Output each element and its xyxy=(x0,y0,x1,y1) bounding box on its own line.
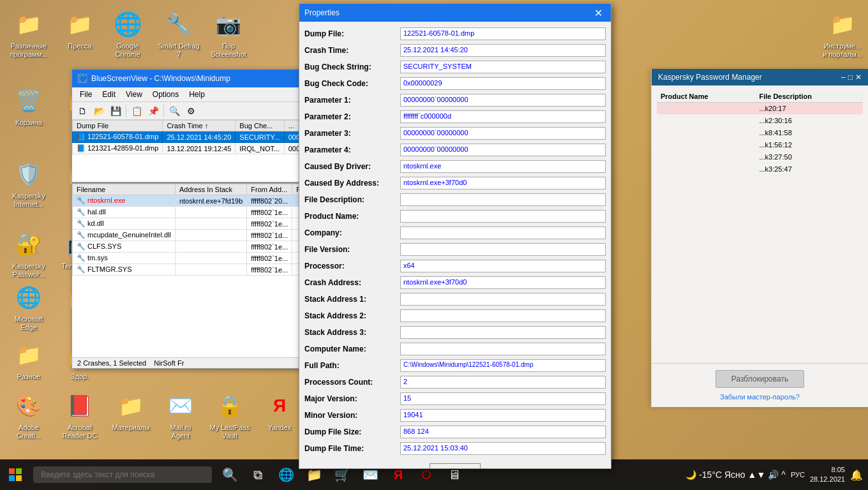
props-row-caused-driver: Caused By Driver: ntoskrnl.exe xyxy=(304,160,606,174)
desktop-icon-instruments[interactable]: 📁 Инструме...и порталы... xyxy=(817,6,868,61)
menu-help[interactable]: Help xyxy=(184,89,210,100)
kasp-row[interactable]: ...k3:25:47 xyxy=(657,163,863,175)
props-value-processors-count[interactable]: 2 xyxy=(400,376,606,389)
start-button[interactable] xyxy=(0,459,31,490)
taskbar-search-icon[interactable]: 🔍 xyxy=(217,462,243,487)
network-status-icon: ▲▼ xyxy=(748,470,766,480)
props-label: Crash Time: xyxy=(304,46,400,55)
kasp-row[interactable]: ...k20:17 xyxy=(657,103,863,115)
props-value-param1[interactable]: 00000000`00000000 xyxy=(400,94,606,107)
toolbar-settings[interactable]: ⚙ xyxy=(183,103,198,119)
desktop-icon-mailru[interactable]: ✉️ Mail.ruAgent xyxy=(155,388,206,443)
props-value-processor[interactable]: x64 xyxy=(400,260,606,272)
desktop-icon-raznoe[interactable]: 📁 Разное xyxy=(3,337,54,383)
menu-file[interactable]: File xyxy=(75,89,97,100)
props-value-crash-time[interactable]: 25.12.2021 14:45:20 xyxy=(400,44,606,57)
kaspersky-panel: Kaspersky Password Manager – □ ✕ Product… xyxy=(651,69,868,407)
desktop-icon-lastpass[interactable]: 🔒 My LastPassVault xyxy=(204,388,255,443)
props-value-dump-file[interactable]: 122521-60578-01.dmp xyxy=(400,27,606,40)
props-value-stack2[interactable] xyxy=(400,309,606,322)
props-value-full-path[interactable]: C:\Windows\Minidump\122521-60578-01.dmp xyxy=(400,359,606,372)
kasp-cell: ...k3:27:50 xyxy=(755,151,863,163)
kasp-row[interactable]: ...k1:56:12 xyxy=(657,139,863,151)
kasp-row[interactable]: ...k8:41:58 xyxy=(657,127,863,139)
props-value-crash-address[interactable]: ntoskrnl.exe+3f70d0 xyxy=(400,276,606,289)
props-body: Dump File: 122521-60578-01.dmp Crash Tim… xyxy=(299,22,611,468)
props-value-param3[interactable]: 00000000`00000000 xyxy=(400,127,606,140)
toolbar-find[interactable]: 🔍 xyxy=(167,103,182,119)
desktop-icon-acrobat[interactable]: 📕 AcrobatReader DC xyxy=(54,388,105,443)
kasp-row[interactable]: ...k3:27:50 xyxy=(657,151,863,163)
col-filename[interactable]: Filename xyxy=(73,184,176,195)
props-value-bug-check-code[interactable]: 0x00000029 xyxy=(400,77,606,90)
props-value-bug-check-string[interactable]: SECURITY_SYSTEM xyxy=(400,61,606,73)
toolbar-new[interactable]: 🗋 xyxy=(75,103,90,119)
desktop-icon-screenshot[interactable]: 📷 ПорScreenshot xyxy=(203,6,254,61)
col-dump-file[interactable]: Dump File xyxy=(73,121,163,131)
kasp-min[interactable]: – xyxy=(841,73,846,82)
taskbar-edge-icon[interactable]: 🌐 xyxy=(273,462,299,487)
kasp-footer: Разблокировать Забыли мастер-пароль? xyxy=(652,363,868,407)
trash-icon: 🗑️ xyxy=(13,85,44,116)
props-value-company[interactable] xyxy=(400,226,606,239)
statusbar-text2: NirSoft Fr xyxy=(154,359,184,367)
kasp-row[interactable]: ...k2:30:16 xyxy=(657,115,863,127)
kasp-cell xyxy=(657,151,755,163)
desktop-icon-chrome[interactable]: 🌐 Google Chrome xyxy=(102,6,153,61)
props-value-caused-driver[interactable]: ntoskrnl.exe xyxy=(400,160,606,173)
show-hidden-icon[interactable]: ^ xyxy=(781,470,786,480)
kasp-close[interactable]: ✕ xyxy=(855,73,862,82)
menu-edit[interactable]: Edit xyxy=(97,89,121,100)
desktop-icon-kaspersky-pass[interactable]: 🔐 KasperskyPasswor... xyxy=(3,226,54,281)
props-value-dump-time[interactable]: 25.12.2021 15:03:40 xyxy=(400,442,606,455)
desktop-icon-korzina[interactable]: 🗑️ Корзина xyxy=(3,83,54,130)
props-value-file-version[interactable] xyxy=(400,243,606,256)
props-value-dump-size[interactable]: 868 124 xyxy=(400,426,606,438)
col-crash-time[interactable]: Crash Time ↑ xyxy=(163,121,236,131)
toolbar-save[interactable]: 💾 xyxy=(108,103,123,119)
props-value-stack1[interactable] xyxy=(400,293,606,306)
props-row-param1: Parameter 1: 00000000`00000000 xyxy=(304,93,606,107)
menu-view[interactable]: View xyxy=(121,89,147,100)
col-bug-check[interactable]: Bug Che... xyxy=(236,121,284,131)
props-value-param2[interactable]: ffffffff`c000000d xyxy=(400,110,606,123)
kasp-col-product[interactable]: Product Name xyxy=(657,91,755,103)
taskbar-task-view-icon[interactable]: ⧉ xyxy=(245,462,271,487)
taskbar-search-input[interactable] xyxy=(33,466,212,483)
kasp-body: Product Name File Description ...k20:17 … xyxy=(652,85,868,363)
col-address[interactable]: Address In Stack xyxy=(175,184,246,195)
kasp-col-filedesc[interactable]: File Description xyxy=(755,91,863,103)
notifications-icon[interactable]: 🔔 xyxy=(850,469,863,481)
props-value-stack3[interactable] xyxy=(400,326,606,339)
cell-filename: 🔧 mcupdate_GenuineIntel.dll xyxy=(73,230,176,241)
desktop-icon-razlichnye[interactable]: 📁 Различныепрограмм... xyxy=(3,6,54,61)
desktop-icon-kaspersky-internet[interactable]: 🛡️ KasperskyInternet... xyxy=(3,156,54,211)
props-value-file-desc[interactable] xyxy=(400,193,606,206)
kasp-forgot-link[interactable]: Забыли мастер-пароль? xyxy=(720,393,800,401)
props-row-processors-count: Processors Count: 2 xyxy=(304,375,606,389)
props-row-file-version: File Version: xyxy=(304,242,606,256)
props-value-computer-name[interactable] xyxy=(400,343,606,355)
taskbar-clock[interactable]: 8:05 28.12.2021 xyxy=(810,465,845,485)
toolbar-paste[interactable]: 📌 xyxy=(146,103,161,119)
desktop-icon-pressa[interactable]: 📁 Пресса xyxy=(54,6,105,53)
toolbar-copy[interactable]: 📋 xyxy=(129,103,144,119)
toolbar-sep1 xyxy=(126,105,126,117)
props-value-param4[interactable]: 00000000`00000000 xyxy=(400,144,606,156)
menu-options[interactable]: Options xyxy=(147,89,184,100)
desktop-icon-smartdefrag[interactable]: 🔧 Smart Defrag7 xyxy=(153,6,204,61)
props-ok-button[interactable]: OK xyxy=(430,463,481,468)
desktop-icon-materialy[interactable]: 📁 Материалы xyxy=(105,388,156,434)
kasp-unlock-button[interactable]: Разблокировать xyxy=(715,370,804,388)
props-value-major-version[interactable]: 15 xyxy=(400,392,606,405)
desktop-icon-msedge[interactable]: 🌐 MicrosoftEdge xyxy=(3,279,54,334)
props-label: Bug Check String: xyxy=(304,63,400,71)
toolbar-open[interactable]: 📂 xyxy=(91,103,107,119)
col-from[interactable]: From Add... xyxy=(247,184,292,195)
desktop-icon-adobe[interactable]: 🎨 AdobeCreati... xyxy=(3,388,54,443)
kasp-max[interactable]: □ xyxy=(848,73,853,82)
props-value-minor-version[interactable]: 19041 xyxy=(400,409,606,422)
props-close-button[interactable]: ✕ xyxy=(590,6,606,19)
props-value-product-name[interactable] xyxy=(400,210,606,223)
props-value-caused-address[interactable]: ntoskrnl.exe+3f70d0 xyxy=(400,177,606,189)
